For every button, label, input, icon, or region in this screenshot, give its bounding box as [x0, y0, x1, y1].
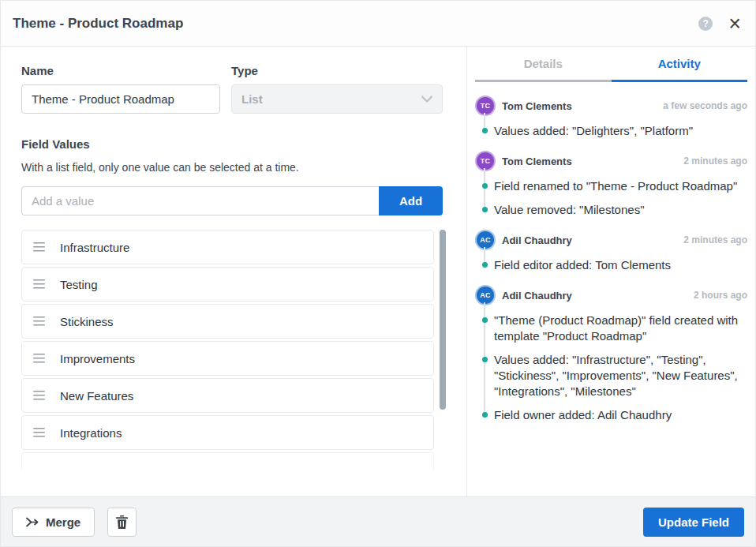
activity-event-text: Field owner added: Adil Chaudhry [494, 408, 672, 421]
event-dot-icon [482, 357, 488, 362]
activity-entry: AC Adil Chaudhry 2 hours ago "Theme (Pro… [475, 285, 747, 427]
activity-event: "Theme (Product Roadmap)" field created … [494, 309, 747, 348]
update-field-button[interactable]: Update Field [643, 508, 744, 537]
field-value-label: Improvements [60, 352, 135, 365]
activity-events: Field renamed to "Theme - Product Roadma… [475, 174, 747, 222]
avatar: TC [475, 151, 496, 171]
field-value-row[interactable]: Testing [21, 267, 434, 302]
activity-event-text: "Theme (Product Roadmap)" field created … [494, 313, 738, 343]
field-value-row[interactable]: New Features [21, 378, 434, 413]
drag-handle-icon[interactable] [33, 317, 45, 326]
modal-title: Theme - Product Roadmap [13, 16, 183, 32]
activity-entry: TC Tom Clements 2 minutes ago Field rena… [475, 151, 747, 222]
help-icon[interactable]: ? [698, 17, 713, 31]
field-settings-panel: Name Type List Field Values With a list … [1, 47, 467, 496]
activity-event-text: Field editor added: Tom Clements [494, 258, 671, 272]
activity-user-name: Tom Clements [502, 155, 572, 167]
avatar: AC [475, 230, 496, 250]
activity-user-name: Adil Chaudhry [502, 290, 572, 302]
avatar: TC [475, 96, 496, 116]
type-label: Type [231, 64, 443, 77]
event-dot-icon [482, 262, 488, 268]
modal-header: Theme - Product Roadmap ? × [1, 1, 755, 47]
avatar-initials: TC [477, 97, 494, 114]
field-values-heading: Field Values [21, 137, 443, 151]
activity-entry-header: AC Adil Chaudhry 2 hours ago [475, 285, 747, 305]
activity-events: Values added: "Delighters", "Platform" [475, 119, 747, 143]
name-type-row: Name Type List [21, 64, 443, 114]
activity-event-text: Values added: "Delighters", "Platform" [494, 124, 693, 137]
field-values-help-text: With a list field, only one value can be… [21, 161, 443, 174]
field-value-row[interactable]: Infrastructure [21, 230, 434, 264]
name-input[interactable] [21, 84, 220, 114]
activity-user-name: Adil Chaudhry [502, 234, 572, 246]
type-select: List [231, 84, 443, 114]
activity-event: Field editor added: Tom Clements [494, 253, 747, 277]
field-value-label: New Features [60, 389, 133, 403]
activity-event: Values added: "Delighters", "Platform" [494, 119, 747, 143]
panel-tabs: Details Activity [475, 47, 747, 82]
activity-event: Field renamed to "Theme - Product Roadma… [494, 174, 747, 198]
event-dot-icon [482, 128, 488, 133]
field-value-row[interactable]: Integrations [21, 415, 434, 450]
event-dot-icon [482, 183, 488, 189]
field-value-label: Stickiness [60, 315, 114, 328]
activity-timestamp: a few seconds ago [663, 100, 747, 111]
activity-entry-header: TC Tom Clements 2 minutes ago [475, 151, 747, 171]
modal-footer: Merge Update Field [1, 496, 755, 546]
activity-event-text: Values added: "Infrastructure", "Testing… [494, 353, 738, 398]
field-values-list: Infrastructure Testing Stickiness Improv… [21, 230, 443, 470]
field-value-row[interactable]: Stickiness [21, 304, 434, 339]
activity-feed: TC Tom Clements a few seconds ago Values… [475, 82, 747, 496]
add-value-input[interactable] [21, 186, 379, 215]
event-dot-icon [482, 207, 488, 212]
activity-event: Values added: "Infrastructure", "Testing… [494, 348, 747, 403]
type-field-group: Type List [231, 64, 443, 114]
drag-handle-icon[interactable] [33, 242, 45, 252]
activity-timestamp: 2 hours ago [694, 290, 747, 301]
activity-entry: AC Adil Chaudhry 2 minutes ago Field edi… [475, 230, 747, 277]
activity-events: Field editor added: Tom Clements [475, 253, 747, 277]
add-value-button[interactable]: Add [379, 186, 443, 215]
avatar-initials: AC [477, 287, 494, 304]
activity-timestamp: 2 minutes ago [683, 155, 747, 167]
field-value-row-partial [21, 452, 434, 470]
activity-events: "Theme (Product Roadmap)" field created … [475, 309, 747, 427]
activity-entry: TC Tom Clements a few seconds ago Values… [475, 96, 747, 143]
avatar-initials: AC [477, 231, 494, 249]
field-value-label: Testing [60, 278, 98, 291]
drag-handle-icon[interactable] [33, 354, 45, 363]
values-scrollbar[interactable] [440, 230, 446, 410]
add-value-row: Add [21, 186, 443, 215]
drag-handle-icon[interactable] [33, 279, 45, 289]
activity-user-name: Tom Clements [502, 100, 572, 112]
close-icon[interactable]: × [728, 16, 741, 32]
drag-handle-icon[interactable] [33, 391, 45, 400]
type-select-value: List [241, 92, 263, 106]
name-label: Name [21, 64, 220, 77]
tab-details[interactable]: Details [475, 47, 612, 82]
tab-activity[interactable]: Activity [612, 47, 748, 82]
chevron-down-icon [421, 96, 432, 103]
activity-event-text: Field renamed to "Theme - Product Roadma… [494, 179, 737, 193]
avatar-initials: TC [477, 152, 494, 170]
trash-icon [116, 515, 128, 529]
activity-event: Value removed: "Milestones" [494, 198, 747, 222]
modal-body: Name Type List Field Values With a list … [1, 47, 755, 496]
event-dot-icon [482, 412, 488, 418]
activity-entry-header: AC Adil Chaudhry 2 minutes ago [475, 230, 747, 250]
activity-event: Field owner added: Adil Chaudhry [494, 403, 747, 427]
merge-button[interactable]: Merge [12, 508, 95, 537]
avatar: AC [475, 285, 496, 305]
activity-event-text: Value removed: "Milestones" [494, 203, 644, 216]
field-value-label: Infrastructure [60, 241, 129, 254]
field-value-row[interactable]: Improvements [21, 341, 434, 376]
field-value-label: Integrations [60, 426, 122, 440]
field-edit-modal: Theme - Product Roadmap ? × Name Type Li… [0, 0, 756, 547]
merge-button-label: Merge [46, 515, 80, 529]
drag-handle-icon[interactable] [33, 428, 45, 437]
activity-entry-header: TC Tom Clements a few seconds ago [475, 96, 747, 116]
details-activity-panel: Details Activity TC Tom Clements a few s… [467, 47, 755, 496]
delete-field-button[interactable] [107, 508, 137, 537]
merge-icon [26, 517, 39, 527]
